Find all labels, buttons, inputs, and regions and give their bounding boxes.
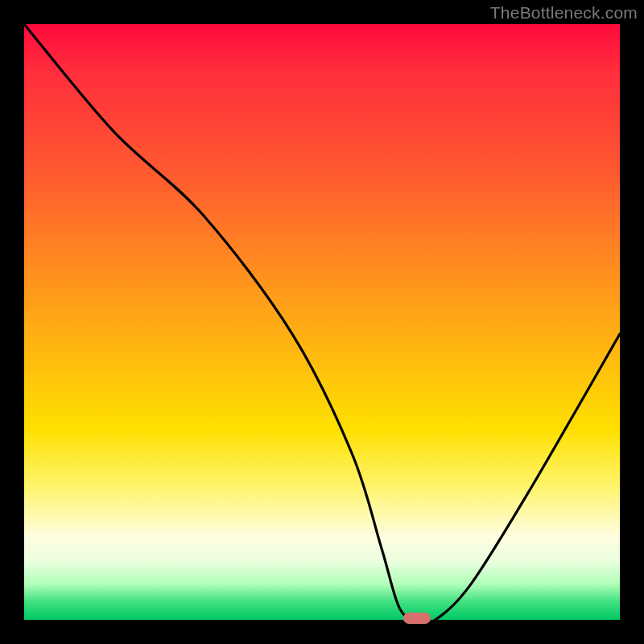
optimal-marker xyxy=(403,613,431,624)
chart-frame: TheBottleneck.com xyxy=(0,0,644,644)
watermark-text: TheBottleneck.com xyxy=(490,3,638,23)
bottleneck-curve xyxy=(24,24,620,620)
plot-area xyxy=(24,24,620,620)
